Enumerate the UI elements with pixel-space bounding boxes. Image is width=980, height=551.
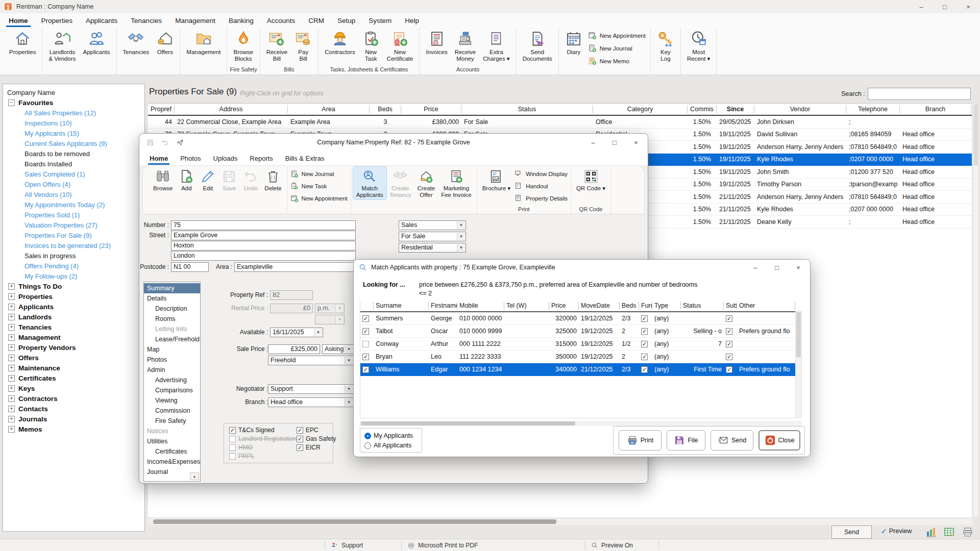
nav-item-lease-freehold[interactable]: Lease/Freehold bbox=[144, 334, 200, 344]
dialog-button-marketing-fee-invoice[interactable]: MarketingFee Invoice bbox=[438, 167, 474, 199]
street-field-3[interactable]: London bbox=[171, 251, 356, 261]
tree-expand-icon[interactable]: + bbox=[8, 304, 15, 310]
sidebar-item-properties-sold-1[interactable]: Properties Sold (1) bbox=[3, 210, 144, 220]
nav-item-description[interactable]: Description bbox=[144, 304, 200, 314]
nav-item-letting-info[interactable]: Letting Info bbox=[144, 324, 200, 334]
print-button[interactable]: Print bbox=[619, 430, 662, 450]
dialog-button-browse[interactable]: Browse bbox=[150, 167, 176, 193]
nav-item-fire-safety[interactable]: Fire Safety bbox=[144, 416, 200, 426]
tree-expand-icon[interactable]: + bbox=[8, 375, 15, 382]
ribbon-button-offers[interactable]: Offers bbox=[153, 28, 177, 56]
column-header-tel-w[interactable]: Tel (W) bbox=[504, 302, 549, 310]
chart-icon[interactable] bbox=[925, 526, 937, 538]
checkbox-t-cs-signed[interactable]: ✓T&Cs Signed bbox=[229, 427, 275, 434]
sidebar-section-property-vendors[interactable]: +Property Vendors bbox=[3, 342, 144, 353]
applicants-vertical-scrollbar[interactable] bbox=[795, 311, 802, 418]
ribbon-button-tenancies[interactable]: Tenancies bbox=[119, 28, 153, 56]
sidebar-item-sales-completed-1[interactable]: Sales Completed (1) bbox=[3, 169, 144, 179]
column-header-furnis[interactable]: Furnis bbox=[639, 302, 652, 310]
sidebar-item-inspections-10[interactable]: Inspections (10) bbox=[3, 118, 144, 128]
tree-expand-icon[interactable]: + bbox=[8, 426, 15, 433]
column-header-status[interactable]: Status bbox=[681, 302, 724, 310]
column-header-price[interactable]: Price bbox=[549, 302, 579, 310]
my-applicants-radio[interactable]: My Applicants bbox=[364, 432, 413, 439]
dialog-button-new-appointment[interactable]: New Appointment bbox=[290, 192, 348, 205]
nav-item-commission[interactable]: Commission bbox=[144, 406, 200, 416]
column-header-firstname[interactable]: Firstname bbox=[429, 302, 457, 310]
ribbon-button-send-documents[interactable]: SendDocuments bbox=[519, 28, 556, 63]
close-button[interactable]: × bbox=[957, 0, 980, 13]
column-header-vendor[interactable]: Vendor bbox=[754, 105, 846, 113]
scrollbar-thumb[interactable] bbox=[153, 519, 556, 524]
tree-expand-icon[interactable]: + bbox=[8, 365, 15, 371]
sidebar-item-current-sales-applicants-9[interactable]: Current Sales Applicants (9) bbox=[3, 138, 144, 148]
nav-item-advertising[interactable]: Advertising bbox=[144, 375, 200, 385]
minimize-button[interactable]: – bbox=[745, 260, 766, 275]
tree-expand-icon[interactable]: + bbox=[8, 355, 15, 361]
save-icon[interactable] bbox=[146, 139, 154, 146]
checkbox-icon[interactable]: ✓ bbox=[726, 354, 732, 360]
ribbon-button-most-recent[interactable]: MostRecent ▾ bbox=[683, 28, 714, 63]
checkbox-icon[interactable]: ✓ bbox=[641, 341, 648, 347]
checkbox-icon[interactable]: ✓ bbox=[641, 354, 648, 360]
price-type-select[interactable]: Asking▾ bbox=[322, 344, 354, 354]
dialog-button-delete[interactable]: Delete bbox=[261, 167, 284, 193]
postcode-field[interactable]: N1 00 bbox=[171, 262, 209, 272]
street-field[interactable]: Example Grove bbox=[171, 231, 356, 240]
sidebar-item-all-vendors-10[interactable]: All Vendors (10) bbox=[3, 189, 144, 199]
tree-expand-icon[interactable]: + bbox=[8, 334, 15, 341]
tenure-select[interactable]: Freehold▾ bbox=[268, 356, 354, 365]
ribbon-button-new-certificate[interactable]: NewCertificate bbox=[383, 28, 417, 63]
scrollbar-thumb[interactable] bbox=[796, 312, 801, 357]
tree-expand-icon[interactable]: + bbox=[8, 406, 15, 412]
sidebar-section-applicants[interactable]: +Applicants bbox=[3, 302, 144, 312]
number-field[interactable]: 75 bbox=[171, 220, 356, 230]
column-header-mobile[interactable]: Mobile bbox=[457, 302, 504, 310]
menu-banking[interactable]: Banking bbox=[222, 13, 260, 28]
status-select[interactable]: For Sale▾ bbox=[399, 232, 466, 241]
minimize-button[interactable]: – bbox=[910, 0, 933, 13]
table-vertical-scrollbar[interactable] bbox=[973, 103, 979, 517]
checkbox-epc[interactable]: ✓EPC bbox=[297, 427, 318, 434]
checkbox-icon[interactable]: ✓ bbox=[641, 366, 648, 373]
sidebar-item-my-applicants-15[interactable]: My Applicants (15) bbox=[3, 128, 144, 138]
street-field-2[interactable]: Hoxton bbox=[171, 241, 356, 251]
send-button[interactable]: Send bbox=[831, 525, 872, 539]
tree-expand-icon[interactable]: + bbox=[8, 293, 15, 300]
tab-bills-extras[interactable]: Bills & Extras bbox=[279, 151, 331, 165]
checkbox-icon[interactable]: ✓ bbox=[726, 315, 732, 322]
sidebar-item-boards-to-be-removed[interactable]: Boards to be removed bbox=[3, 148, 144, 159]
menu-properties[interactable]: Properties bbox=[35, 13, 80, 28]
checkbox-eicr[interactable]: ✓EICR bbox=[297, 444, 321, 451]
minimize-button[interactable]: – bbox=[582, 134, 604, 151]
dialog-button-handout[interactable]: Handout bbox=[514, 180, 568, 192]
checkbox-gas-safety[interactable]: ✓Gas Safety bbox=[297, 435, 336, 442]
dialog-button-new-journal[interactable]: New Journal bbox=[290, 168, 348, 180]
scrollbar-thumb[interactable] bbox=[361, 421, 575, 425]
nav-item-rooms[interactable]: Rooms bbox=[144, 314, 200, 324]
column-header-address[interactable]: Address bbox=[175, 105, 288, 113]
sidebar-item-boards-installed[interactable]: Boards Installed bbox=[3, 159, 144, 169]
checkbox-icon[interactable]: ✓ bbox=[362, 315, 369, 322]
sidebar-section-properties[interactable]: +Properties bbox=[3, 291, 144, 302]
tab-home[interactable]: Home bbox=[143, 151, 174, 165]
print-icon[interactable] bbox=[962, 526, 974, 538]
sidebar-section-landlords[interactable]: +Landlords bbox=[3, 312, 144, 322]
ribbon-button-receive-money[interactable]: ReceiveMoney bbox=[451, 28, 480, 63]
column-header-select[interactable] bbox=[360, 302, 374, 310]
sidebar-item-sales-in-progress[interactable]: Sales in progress bbox=[3, 251, 144, 261]
close-button[interactable]: Close bbox=[758, 430, 800, 450]
sidebar-item-valuation-properties-27[interactable]: Valuation Properties (27) bbox=[3, 220, 144, 230]
dialog-button-window-display[interactable]: Window Display bbox=[514, 168, 568, 180]
maximize-button[interactable]: □ bbox=[766, 260, 788, 275]
column-header-beds[interactable]: Beds bbox=[370, 105, 401, 113]
menu-home[interactable]: Home bbox=[2, 13, 35, 28]
sidebar-section-management[interactable]: +Management bbox=[3, 332, 144, 342]
table-horizontal-scrollbar[interactable] bbox=[148, 518, 973, 525]
dialog-button-add[interactable]: Add bbox=[176, 167, 197, 193]
column-header-branch[interactable]: Branch bbox=[900, 105, 971, 113]
export-grid-icon[interactable] bbox=[943, 526, 955, 538]
menu-help[interactable]: Help bbox=[398, 13, 426, 28]
ribbon-button-new-task[interactable]: NewTask bbox=[359, 28, 383, 63]
nav-item-summary[interactable]: Summary bbox=[144, 283, 200, 293]
